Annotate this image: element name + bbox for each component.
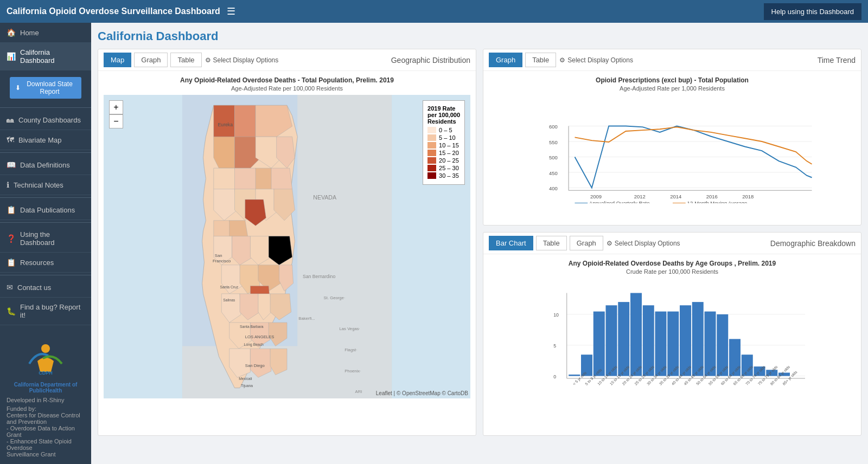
demo-section-title: Demographic Breakdown — [770, 239, 856, 248]
using-icon: ❓ — [7, 234, 16, 243]
svg-text:450: 450 — [549, 170, 558, 176]
svg-text:2016: 2016 — [706, 194, 718, 199]
download-state-report-button[interactable]: ⬇ Download State Report — [10, 77, 81, 99]
trend-select-options-button[interactable]: ⚙ Select Display Options — [559, 56, 633, 64]
svg-point-0 — [41, 344, 50, 353]
sidebar-item-county-label: County Dashboards — [18, 116, 81, 124]
legend-color-6 — [427, 165, 436, 171]
cdph-logo: CDPH — [21, 342, 70, 377]
sidebar-item-using-dashboard[interactable]: ❓ Using the Dashboard — [0, 225, 91, 253]
california-map-svg: Eureka NEVADA San Francisco Santa Cruz S… — [104, 95, 470, 398]
trend-chart-area: Opioid Prescriptions (excl bup) - Total … — [483, 71, 861, 225]
sidebar-item-notes-label: Technical Notes — [14, 181, 63, 189]
legend-item-3: 10 – 15 — [427, 142, 460, 149]
page-title: California Dashboard — [98, 29, 861, 43]
st-george-label: St. George· — [324, 295, 345, 300]
svg-rect-83 — [692, 302, 704, 376]
help-button[interactable]: Help using this Dashboard — [764, 3, 861, 20]
trend-chart-subtitle: Age-Adjusted Rate per 1,000 Residents — [489, 85, 856, 92]
svg-text:550: 550 — [549, 139, 558, 145]
demo-select-options-button[interactable]: ⚙ Select Display Options — [607, 240, 680, 247]
trend-tab-graph[interactable]: Graph — [489, 53, 522, 67]
sidebar-item-technical-notes[interactable]: ℹ Technical Notes — [0, 175, 91, 195]
svg-text:2014: 2014 — [670, 194, 681, 199]
sidebar-item-definitions-label: Data Definitions — [20, 161, 70, 169]
bug-icon: 🐛 — [7, 307, 16, 315]
map-credit: Leaflet | © OpenStreetMap © CartoDB — [376, 390, 468, 396]
zoom-out-button[interactable]: − — [109, 114, 123, 128]
grant3: Surveillance Grant — [7, 451, 85, 457]
sidebar-item-home[interactable]: 🏠 Home — [0, 23, 91, 43]
legend-item-7: 30 – 35 — [427, 172, 460, 179]
svg-text:2012: 2012 — [634, 194, 646, 199]
demo-tab-table[interactable]: Table — [536, 236, 567, 250]
sidebar-item-bug-label: Find a bug? Report it! — [20, 303, 85, 319]
legend-item-6: 25 – 30 — [427, 165, 460, 171]
bivariate-icon: 🗺 — [7, 136, 14, 144]
salinas-label: Salinas — [223, 298, 235, 302]
funder1: Centers for Disease Control — [7, 412, 85, 418]
geo-tab-map[interactable]: Map — [104, 53, 131, 67]
contact-icon: ✉ — [7, 283, 13, 292]
legend-color-7 — [427, 172, 436, 179]
trend-svg: 400 450 500 550 600 — [513, 100, 853, 203]
svg-rect-73 — [569, 375, 580, 376]
svg-text:500: 500 — [549, 154, 558, 160]
download-icon: ⬇ — [15, 84, 21, 92]
ari-label: ARI — [355, 389, 362, 394]
legend-color-3 — [427, 142, 436, 149]
sidebar-item-data-publications[interactable]: 📋 Data Publications — [0, 200, 91, 220]
sidebar-item-bivariate-label: Bivariate Map — [18, 136, 61, 144]
eureka-label: Eureka — [218, 122, 233, 127]
svg-text:Francisco: Francisco — [213, 259, 231, 263]
sidebar-item-bivariate-map[interactable]: 🗺 Bivariate Map — [0, 130, 91, 150]
gear-icon-demo: ⚙ — [607, 240, 612, 247]
sidebar-item-bug-report[interactable]: 🐛 Find a bug? Report it! — [0, 298, 91, 325]
geo-select-options-button[interactable]: ⚙ Select Display Options — [205, 56, 279, 64]
sidebar-item-county-dashboards[interactable]: 🏘 County Dashboards — [0, 110, 91, 130]
svg-marker-8 — [214, 137, 235, 168]
sidebar-item-publications-label: Data Publications — [20, 206, 75, 214]
sidebar-item-using-label: Using the Dashboard — [20, 230, 85, 247]
sidebar-item-contact[interactable]: ✉ Contact us — [0, 278, 91, 298]
menu-icon[interactable]: ☰ — [227, 5, 235, 17]
sidebar-item-data-definitions[interactable]: 📖 Data Definitions — [0, 155, 91, 175]
geo-tab-table[interactable]: Table — [170, 53, 201, 67]
bar-svg: 0 5 10 — [510, 283, 853, 397]
trend-tab-table[interactable]: Table — [525, 53, 556, 67]
download-label: Download State Report — [23, 80, 76, 95]
demo-tab-graph[interactable]: Graph — [570, 236, 603, 250]
long-beach-label: Long Beach — [244, 343, 264, 347]
zoom-in-button[interactable]: + — [109, 100, 123, 114]
svg-text:0: 0 — [553, 374, 556, 379]
main-content: California Dashboard Map Graph Table ⚙ S… — [91, 23, 868, 464]
time-trend-header: Graph Table ⚙ Select Display Options Tim… — [483, 49, 861, 71]
svg-text:CDPH: CDPH — [39, 370, 53, 376]
demographic-card: Bar Chart Table Graph ⚙ Select Display O… — [483, 232, 861, 436]
svg-text:400: 400 — [549, 185, 558, 191]
svg-rect-77 — [618, 302, 629, 376]
santa-barbara-label: Santa Barbara — [240, 325, 264, 328]
sidebar-item-resources[interactable]: 📋 Resources — [0, 253, 91, 273]
demo-tab-barchart[interactable]: Bar Chart — [489, 236, 533, 250]
svg-text:10: 10 — [553, 312, 559, 318]
sidebar-item-california-dashboard-label: California Dashboard — [20, 48, 85, 65]
definitions-icon: 📖 — [7, 160, 16, 169]
app-header: California Opioid Overdose Surveillance … — [0, 0, 868, 23]
demo-chart-title: Any Opioid-Related Overdose Deaths by Ag… — [489, 260, 856, 267]
legend-item-2: 5 – 10 — [427, 134, 460, 141]
flagstaff-label: Flagst· — [344, 347, 357, 352]
legend-title: 2019 Rateper 100,000Residents — [427, 105, 460, 125]
nevada-label: NEVADA — [313, 194, 337, 201]
time-trend-card: Graph Table ⚙ Select Display Options Tim… — [483, 49, 861, 225]
dashboard-icon: 📊 — [7, 52, 16, 61]
county-icon: 🏘 — [7, 115, 14, 124]
map-container[interactable]: Eureka NEVADA San Francisco Santa Cruz S… — [104, 95, 470, 398]
legend-color-2 — [427, 134, 436, 141]
legend-color-5 — [427, 157, 436, 164]
geo-tab-graph[interactable]: Graph — [134, 53, 168, 67]
grant1: - Overdose Data to Action Grant — [7, 425, 85, 438]
sf-label: San — [215, 253, 222, 258]
santa-cruz-label: Santa Cruz — [220, 285, 238, 289]
sidebar-item-california-dashboard[interactable]: 📊 California Dashboard — [0, 43, 91, 70]
